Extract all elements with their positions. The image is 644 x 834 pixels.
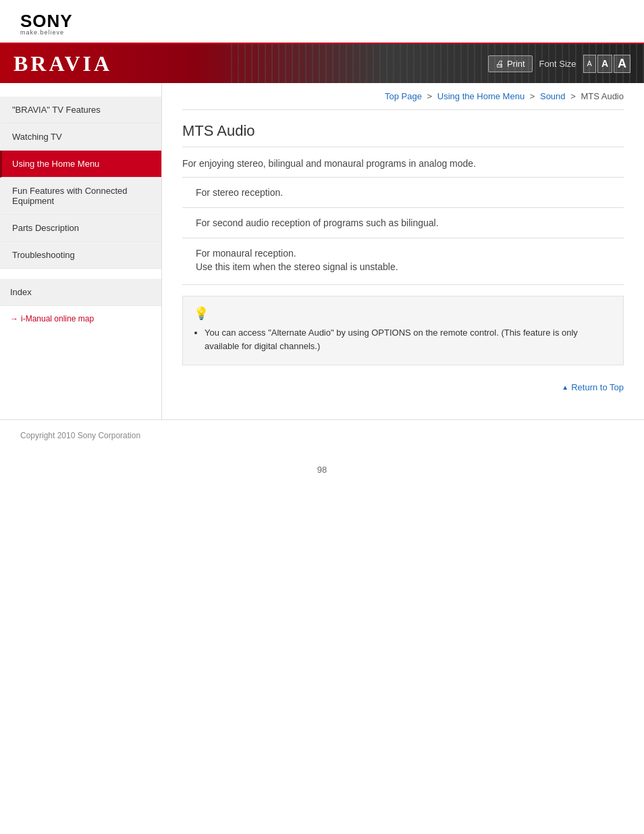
list-item-stereo: For stereo reception. bbox=[182, 178, 624, 208]
bravia-banner: BRAVIA 🖨 Print Font Size A A A bbox=[0, 44, 644, 83]
page-title: MTS Audio bbox=[182, 110, 624, 147]
list-item-monaural: For monaural reception. Use this item wh… bbox=[182, 238, 624, 285]
sidebar-item-bravia-tv-features[interactable]: "BRAVIA" TV Features bbox=[0, 97, 161, 124]
tip-box: 💡 You can access "Alternate Audio" by us… bbox=[182, 296, 624, 365]
breadcrumb-sep2: > bbox=[530, 91, 535, 101]
sidebar-item-label: Parts Description bbox=[12, 223, 79, 233]
second-audio-text: For second audio reception of programs s… bbox=[196, 217, 439, 228]
section-description: For enjoying stereo, bilingual and monau… bbox=[182, 147, 624, 178]
logo-area: SONY make.believe bbox=[0, 0, 644, 44]
monaural-line1: For monaural reception. bbox=[196, 248, 624, 259]
return-top-label: Return to Top bbox=[571, 382, 624, 392]
monaural-line2: Use this item when the stereo signal is … bbox=[196, 261, 624, 272]
sony-tagline: make.believe bbox=[20, 30, 624, 36]
sidebar-item-label: Fun Features with Connected Equipment bbox=[12, 186, 128, 206]
sidebar-item-label: Using the Home Menu bbox=[12, 159, 99, 169]
footer: Copyright 2010 Sony Corporation bbox=[0, 419, 644, 451]
breadcrumb-current: MTS Audio bbox=[581, 91, 624, 101]
sidebar-item-label: Troubleshooting bbox=[12, 250, 75, 260]
tip-icon: 💡 bbox=[194, 306, 612, 321]
sidebar-item-index[interactable]: Index bbox=[0, 279, 161, 306]
return-to-top: Return to Top bbox=[182, 372, 624, 399]
breadcrumb-sep1: > bbox=[427, 91, 433, 101]
sidebar-item-label: Watching TV bbox=[12, 132, 62, 142]
sidebar-link-area: i-Manual online map bbox=[0, 306, 161, 332]
breadcrumb-top[interactable]: Top Page bbox=[385, 91, 422, 101]
content-area: Top Page > Using the Home Menu > Sound >… bbox=[162, 83, 644, 419]
sidebar-item-fun-features[interactable]: Fun Features with Connected Equipment bbox=[0, 178, 161, 215]
index-label: Index bbox=[10, 287, 32, 297]
tip-content: You can access "Alternate Audio" by usin… bbox=[194, 326, 612, 353]
font-size-label: Font Size bbox=[539, 59, 576, 69]
print-icon: 🖨 bbox=[495, 59, 504, 69]
sidebar-item-using-home-menu[interactable]: Using the Home Menu bbox=[0, 151, 161, 178]
font-large-button[interactable]: A bbox=[614, 55, 630, 73]
manual-link[interactable]: i-Manual online map bbox=[10, 314, 151, 323]
breadcrumb-home-menu[interactable]: Using the Home Menu bbox=[437, 91, 525, 101]
sidebar: "BRAVIA" TV Features Watching TV Using t… bbox=[0, 83, 162, 419]
font-size-buttons: A A A bbox=[583, 55, 630, 73]
banner-controls: 🖨 Print Font Size A A A bbox=[488, 55, 630, 73]
breadcrumb-sep3: > bbox=[570, 91, 576, 101]
manual-link-label: i-Manual online map bbox=[21, 314, 94, 323]
sidebar-item-troubleshooting[interactable]: Troubleshooting bbox=[0, 242, 161, 269]
sony-logo: SONY make.believe bbox=[20, 12, 624, 36]
list-item-second-audio: For second audio reception of programs s… bbox=[182, 208, 624, 238]
font-medium-button[interactable]: A bbox=[597, 55, 612, 73]
main-container: "BRAVIA" TV Features Watching TV Using t… bbox=[0, 83, 644, 419]
sidebar-item-parts-description[interactable]: Parts Description bbox=[0, 215, 161, 242]
breadcrumb: Top Page > Using the Home Menu > Sound >… bbox=[182, 83, 624, 110]
sidebar-item-watching-tv[interactable]: Watching TV bbox=[0, 124, 161, 151]
page-number: 98 bbox=[0, 451, 644, 481]
breadcrumb-sound[interactable]: Sound bbox=[540, 91, 566, 101]
bravia-title: BRAVIA bbox=[14, 51, 112, 76]
tip-bullet: You can access "Alternate Audio" by usin… bbox=[205, 326, 612, 353]
section-description-text: For enjoying stereo, bilingual and monau… bbox=[182, 158, 624, 169]
stereo-text: For stereo reception. bbox=[196, 187, 283, 198]
print-button[interactable]: 🖨 Print bbox=[488, 55, 533, 72]
return-top-link[interactable]: Return to Top bbox=[562, 382, 624, 392]
sidebar-item-label: "BRAVIA" TV Features bbox=[12, 105, 101, 115]
print-label: Print bbox=[507, 59, 525, 69]
copyright-text: Copyright 2010 Sony Corporation bbox=[20, 431, 140, 440]
font-small-button[interactable]: A bbox=[583, 55, 596, 73]
sony-brand: SONY bbox=[20, 12, 624, 30]
